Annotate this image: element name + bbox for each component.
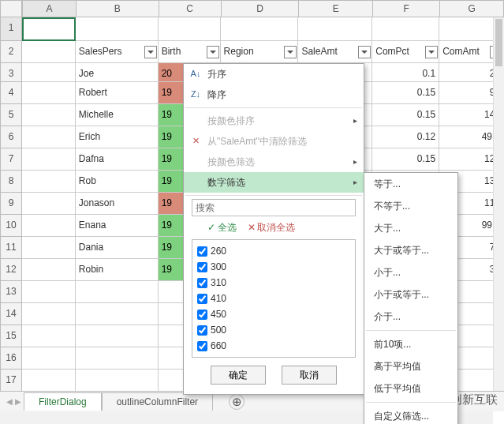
cell[interactable] <box>22 303 76 325</box>
cell[interactable]: Erich <box>76 126 159 148</box>
deselect-all-link[interactable]: ✕取消全选 <box>248 222 295 233</box>
cell-header-region[interactable]: Region <box>221 41 299 63</box>
cell[interactable]: Dania <box>76 237 159 259</box>
row-header[interactable]: 15 <box>0 325 22 347</box>
cell[interactable] <box>76 370 159 392</box>
cell[interactable] <box>221 17 299 41</box>
filter-button[interactable] <box>425 46 438 58</box>
row-header[interactable]: 14 <box>0 303 22 325</box>
select-all-link[interactable]: ✓ 全选 <box>207 222 237 233</box>
filter-le[interactable]: 小于或等于... <box>364 283 457 306</box>
cell[interactable] <box>76 281 159 303</box>
ok-button[interactable]: 确定 <box>211 366 266 385</box>
sheet-tab[interactable]: outlineColumnFilter <box>102 392 213 411</box>
filter-above-avg[interactable]: 高于平均值 <box>364 355 457 377</box>
filter-value-item[interactable]: 660 <box>197 338 350 354</box>
cell[interactable] <box>22 148 76 171</box>
cell[interactable] <box>22 215 76 237</box>
filter-value-checkbox[interactable] <box>197 246 207 257</box>
filter-value-checkbox[interactable] <box>197 278 207 288</box>
row-header[interactable]: 6 <box>0 126 22 148</box>
filter-between[interactable]: 介于... <box>364 306 457 328</box>
row-header[interactable]: 1 <box>0 17 22 41</box>
cell-header-saleamt[interactable]: SaleAmt <box>298 41 372 63</box>
row-header[interactable]: 8 <box>0 171 22 193</box>
filter-ge[interactable]: 大于或等于... <box>364 239 457 261</box>
filter-below-avg[interactable]: 低于平均值 <box>364 377 457 400</box>
sort-desc-item[interactable]: Z↓降序 <box>184 84 364 105</box>
row-header[interactable]: 9 <box>0 193 22 215</box>
filter-value-item[interactable]: 310 <box>197 275 350 291</box>
sort-asc-item[interactable]: A↓升序 <box>184 64 364 84</box>
cell[interactable] <box>22 171 76 193</box>
cell-header-compct[interactable]: ComPct <box>372 41 439 63</box>
cell[interactable] <box>298 17 372 41</box>
cell[interactable]: Robert <box>76 82 159 104</box>
filter-button[interactable] <box>284 46 297 58</box>
col-header-A[interactable]: A <box>22 0 76 17</box>
row-header[interactable]: 5 <box>0 104 22 126</box>
col-header-D[interactable]: D <box>221 0 299 17</box>
cell[interactable]: Robin <box>76 259 159 281</box>
filter-value-checkbox[interactable] <box>197 325 207 336</box>
select-all-corner[interactable] <box>0 0 22 17</box>
filter-ne[interactable]: 不等于... <box>364 195 457 217</box>
cell[interactable] <box>22 281 76 303</box>
col-header-F[interactable]: F <box>372 0 439 17</box>
row-header[interactable]: 10 <box>0 215 22 237</box>
sheet-tab-active[interactable]: FilterDialog <box>24 392 102 411</box>
cell[interactable]: Michelle <box>76 104 159 126</box>
vertical-scrollbar[interactable] <box>493 17 504 391</box>
cell[interactable]: 0.15 <box>372 104 439 126</box>
filter-values-list[interactable]: 260300310410450500660900 <box>192 239 356 358</box>
filter-custom[interactable]: 自定义筛选... <box>364 405 457 424</box>
row-header[interactable]: 2 <box>0 41 22 63</box>
cell[interactable] <box>22 82 76 104</box>
col-header-B[interactable]: B <box>76 0 159 17</box>
filter-value-checkbox[interactable] <box>197 310 207 320</box>
cell[interactable] <box>22 347 76 370</box>
number-filter-item[interactable]: 数字筛选▸ <box>184 172 364 193</box>
add-sheet-button[interactable]: ⊕ <box>229 394 245 410</box>
col-header-C[interactable]: C <box>159 0 221 17</box>
cell[interactable] <box>76 17 159 41</box>
row-header[interactable]: 3 <box>0 63 22 82</box>
cell[interactable] <box>22 259 76 281</box>
cell[interactable] <box>159 17 221 41</box>
filter-lt[interactable]: 小于... <box>364 261 457 283</box>
cell[interactable]: Dafna <box>76 148 159 171</box>
filter-value-checkbox[interactable] <box>197 262 207 272</box>
cell[interactable] <box>76 347 159 370</box>
cell-header-birth[interactable]: Birth <box>159 41 221 63</box>
cell[interactable] <box>22 126 76 148</box>
cell-A1[interactable] <box>22 17 76 41</box>
filter-button[interactable] <box>207 46 219 58</box>
cell[interactable]: 0.15 <box>372 82 439 104</box>
cell[interactable]: 0.15 <box>372 148 439 171</box>
cell[interactable] <box>22 41 76 63</box>
filter-value-item[interactable]: 500 <box>197 322 350 338</box>
filter-value-checkbox[interactable] <box>197 341 207 351</box>
cell-header-salespers[interactable]: SalesPers <box>76 41 159 63</box>
cell[interactable] <box>76 303 159 325</box>
col-header-G[interactable]: G <box>439 0 504 17</box>
cell[interactable]: Jonason <box>76 193 159 215</box>
filter-button[interactable] <box>358 46 371 58</box>
cell[interactable]: Rob <box>76 171 159 193</box>
cell[interactable] <box>76 325 159 347</box>
col-header-E[interactable]: E <box>298 0 372 17</box>
row-header[interactable]: 12 <box>0 259 22 281</box>
filter-value-checkbox[interactable] <box>197 294 207 304</box>
filter-top10[interactable]: 前10项... <box>364 333 457 355</box>
row-header[interactable]: 7 <box>0 148 22 171</box>
cell[interactable] <box>22 370 76 392</box>
cell[interactable] <box>22 237 76 259</box>
filter-value-item[interactable]: 260 <box>197 243 350 259</box>
cell[interactable] <box>372 17 439 41</box>
cell[interactable]: Enana <box>76 215 159 237</box>
cell[interactable]: 0.12 <box>372 126 439 148</box>
row-header[interactable]: 13 <box>0 281 22 303</box>
row-header[interactable]: 17 <box>0 370 22 392</box>
tab-nav-arrows[interactable]: ◀ ▶ <box>6 397 21 406</box>
cell[interactable] <box>22 193 76 215</box>
